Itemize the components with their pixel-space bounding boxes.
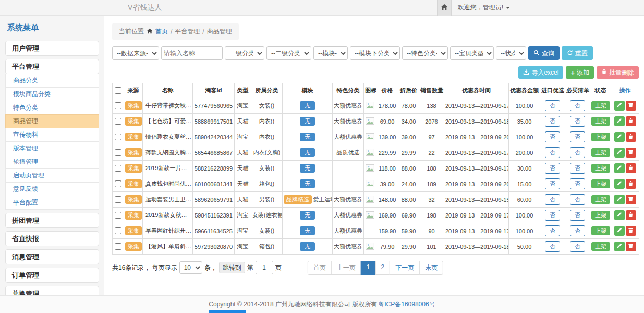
edit-button[interactable] (614, 116, 625, 126)
batch-delete-button[interactable]: 批量删除 (597, 66, 639, 79)
import-select-toggle[interactable]: 否 (545, 116, 560, 127)
page-button-2[interactable]: 2 (375, 261, 391, 275)
sidebar-item-意见反馈[interactable]: 意见反馈 (5, 182, 99, 196)
import-select-toggle[interactable]: 否 (545, 163, 560, 174)
import-select-toggle[interactable]: 否 (545, 225, 560, 236)
home-button[interactable] (437, 0, 452, 16)
sidebar-item-模块商品分类[interactable]: 模块商品分类 (5, 87, 99, 101)
delete-button[interactable] (626, 210, 636, 220)
row-checkbox[interactable] (115, 134, 121, 140)
icp-link[interactable]: 粤ICP备16098006号 (378, 300, 435, 309)
cell-category: 女装(连衣裙) (251, 208, 283, 223)
delete-button[interactable] (626, 195, 636, 204)
sidebar-item-拼团管理[interactable]: 拼团管理 (5, 213, 99, 228)
sidebar-item-版本管理[interactable]: 版本管理 (5, 141, 99, 155)
data-source-select[interactable]: --数据来源-- (112, 46, 159, 60)
sidebar-item-商品管理[interactable]: 商品管理 (5, 114, 99, 128)
delete-button[interactable] (626, 179, 636, 189)
must-buy-toggle[interactable]: 否 (570, 116, 585, 127)
category-level1-select[interactable]: 一级分类 (225, 46, 264, 60)
edit-button[interactable] (614, 163, 625, 173)
reset-button[interactable]: 重置 (562, 46, 593, 60)
import-excel-button[interactable]: 导入excel (518, 66, 563, 79)
row-checkbox[interactable] (115, 196, 121, 203)
sidebar-item-宣传物料[interactable]: 宣传物料 (5, 128, 99, 142)
category-level2-select[interactable]: --二级分类-- (266, 46, 311, 60)
import-select-toggle[interactable]: 否 (545, 194, 560, 205)
delete-button[interactable] (626, 116, 636, 126)
add-button[interactable]: + 添加 (566, 66, 594, 79)
sidebar-item-平台配置[interactable]: 平台配置 (5, 196, 99, 210)
jump-page-input[interactable] (256, 261, 273, 274)
row-checkbox[interactable] (115, 180, 121, 187)
source-badge: 采集 (125, 117, 142, 126)
module-sub-select[interactable]: --模块下分类-- (350, 46, 400, 60)
delete-button[interactable] (626, 148, 636, 158)
must-buy-toggle[interactable]: 否 (570, 178, 585, 189)
item-type-select[interactable]: --宝贝类型-- (450, 46, 494, 60)
edit-button[interactable] (614, 226, 625, 236)
import-select-toggle[interactable]: 否 (545, 178, 560, 189)
edit-button[interactable] (614, 132, 625, 142)
page-button-首页[interactable]: 首页 (308, 261, 332, 275)
must-buy-toggle[interactable]: 否 (570, 194, 585, 205)
delete-button[interactable] (626, 163, 636, 173)
must-buy-toggle[interactable]: 否 (570, 210, 585, 221)
must-buy-toggle[interactable]: 否 (570, 131, 585, 142)
delete-button[interactable] (626, 132, 636, 142)
row-checkbox[interactable] (115, 102, 121, 109)
page-button-上一页[interactable]: 上一页 (331, 261, 361, 275)
page-button-下一页[interactable]: 下一页 (390, 261, 420, 275)
sidebar-item-省直快报[interactable]: 省直快报 (5, 231, 99, 246)
import-select-toggle[interactable]: 否 (545, 131, 560, 142)
must-buy-toggle[interactable]: 否 (570, 100, 585, 111)
delete-button[interactable] (626, 226, 636, 236)
must-buy-toggle[interactable]: 否 (570, 163, 585, 174)
delete-button[interactable] (626, 101, 636, 111)
edit-button[interactable] (614, 101, 625, 111)
must-buy-toggle[interactable]: 否 (570, 241, 585, 252)
edit-button[interactable] (614, 195, 625, 204)
sidebar-item-特色分类[interactable]: 特色分类 (5, 101, 99, 115)
row-checkbox[interactable] (115, 243, 121, 250)
sidebar-item-平台管理[interactable]: 平台管理 (5, 59, 99, 74)
column-header-必买清单: 必买清单 (565, 83, 590, 98)
breadcrumb-home-link[interactable]: 首页 (155, 27, 168, 36)
row-checkbox[interactable] (115, 165, 121, 172)
import-select-toggle[interactable]: 否 (545, 100, 560, 111)
user-menu[interactable]: 欢迎您，管理员! (452, 3, 516, 12)
name-search-input[interactable] (161, 46, 223, 60)
import-select-toggle[interactable]: 否 (545, 147, 560, 158)
row-checkbox[interactable] (115, 227, 121, 234)
module-select[interactable]: --模块-- (313, 46, 348, 60)
import-select-toggle[interactable]: 否 (545, 241, 560, 252)
select-all-checkbox[interactable] (115, 87, 121, 94)
sidebar-item-用户管理[interactable]: 用户管理 (5, 41, 99, 56)
delete-button[interactable] (626, 242, 636, 251)
row-checkbox[interactable] (115, 149, 121, 156)
sidebar-item-商品分类[interactable]: 商品分类 (5, 74, 99, 88)
feature-category-select[interactable]: --特色分类-- (402, 46, 448, 60)
sidebar-item-兑换管理[interactable]: 兑换管理 (5, 286, 99, 295)
cell-must-buy: 否 (565, 192, 590, 208)
must-buy-toggle[interactable]: 否 (570, 225, 585, 236)
page-button-末页[interactable]: 末页 (419, 261, 443, 275)
row-checkbox[interactable] (115, 118, 121, 125)
edit-button[interactable] (614, 210, 625, 220)
edit-button[interactable] (614, 179, 625, 189)
sidebar-item-启动页管理[interactable]: 启动页管理 (5, 168, 99, 183)
per-page-select[interactable]: 10 (179, 261, 202, 274)
status-select[interactable]: --状态-- (496, 46, 526, 60)
jump-button[interactable]: 跳转到 (219, 262, 245, 273)
import-select-toggle[interactable]: 否 (545, 210, 560, 221)
sidebar-item-轮播管理[interactable]: 轮播管理 (5, 155, 99, 169)
page-button-1[interactable]: 1 (361, 261, 376, 275)
trash-icon (628, 243, 634, 250)
must-buy-toggle[interactable]: 否 (570, 147, 585, 158)
row-checkbox[interactable] (115, 212, 121, 219)
edit-button[interactable] (614, 148, 625, 158)
edit-button[interactable] (614, 242, 625, 251)
sidebar-item-消息管理[interactable]: 消息管理 (5, 249, 99, 264)
sidebar-item-订单管理[interactable]: 订单管理 (5, 268, 99, 283)
search-button[interactable]: 查询 (528, 46, 560, 60)
